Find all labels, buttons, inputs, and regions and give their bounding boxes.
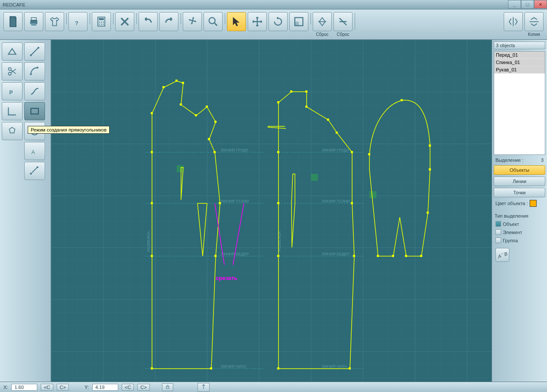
svg-rect-48: [180, 103, 182, 106]
ab-button[interactable]: A↔B: [495, 248, 509, 262]
y-gt-button[interactable]: C>: [137, 384, 149, 391]
curve-tool[interactable]: [24, 82, 45, 100]
chk-element[interactable]: [495, 229, 501, 235]
x-lt-button[interactable]: <C: [41, 384, 53, 391]
y-label: Y:: [84, 385, 89, 390]
lock-button[interactable]: [162, 383, 173, 391]
canvas[interactable]: ЛИНИЯ ГРУДИ ЛИНИЯ ГРУДИ ЛИНИЯ ТАЛИИ ЛИНИ…: [51, 40, 492, 382]
svg-point-7: [101, 22, 102, 22]
svg-rect-56: [210, 367, 212, 370]
svg-rect-47: [182, 82, 184, 84]
svg-text:?: ?: [75, 20, 78, 26]
svg-point-20: [36, 67, 38, 68]
rectangle-tool[interactable]: [24, 102, 45, 120]
maximize-button[interactable]: □: [521, 0, 534, 9]
svg-rect-68: [351, 202, 353, 204]
svg-rect-35: [177, 165, 184, 172]
snap-button[interactable]: [197, 383, 210, 392]
waist-label-1: ЛИНИЯ ТАЛИИ: [221, 199, 249, 203]
reset1-button[interactable]: [313, 12, 332, 31]
svg-rect-60: [277, 255, 279, 257]
hem-label-2: ЛИНИЯ НИЗА: [322, 364, 347, 369]
lines-tab[interactable]: Линии: [494, 177, 545, 186]
svg-point-26: [36, 166, 38, 168]
text-tool[interactable]: A: [24, 142, 45, 160]
cut-label: срезать: [216, 275, 237, 281]
svg-rect-78: [392, 255, 394, 257]
svg-rect-1: [31, 18, 36, 20]
undo-button[interactable]: [139, 12, 158, 31]
chk-group[interactable]: [495, 238, 501, 243]
new-file-button[interactable]: [3, 12, 23, 31]
svg-rect-49: [195, 114, 197, 116]
points-tab[interactable]: Точки: [494, 188, 545, 197]
color-swatch[interactable]: [530, 200, 537, 207]
garment-button[interactable]: [45, 12, 64, 31]
line-tool[interactable]: [24, 42, 45, 61]
svg-point-8: [103, 22, 104, 22]
object-item[interactable]: Рукав_01: [494, 66, 545, 74]
svg-rect-50: [206, 106, 208, 108]
close-button[interactable]: ×: [534, 0, 547, 9]
y-lt-button[interactable]: <C: [122, 384, 134, 391]
zoom-button[interactable]: [204, 12, 223, 31]
scissors-tool[interactable]: [2, 62, 23, 80]
select-button[interactable]: [227, 12, 246, 31]
svg-rect-73: [429, 145, 431, 147]
print-button[interactable]: [24, 12, 43, 31]
shape-tool[interactable]: [2, 122, 23, 140]
arc-tool[interactable]: [24, 62, 45, 80]
move-button[interactable]: [248, 12, 267, 31]
svg-rect-22: [31, 109, 38, 114]
svg-rect-57: [277, 101, 279, 103]
color-label: Цвет объекта :: [495, 201, 528, 206]
chest-label-1: ЛИНИЯ ГРУДИ: [221, 148, 248, 152]
svg-point-6: [99, 22, 100, 22]
svg-rect-76: [420, 255, 422, 257]
svg-rect-75: [427, 212, 429, 214]
x-value[interactable]: 1.60: [11, 384, 37, 391]
point-tool[interactable]: P: [2, 82, 23, 100]
object-item[interactable]: Спинка_01: [494, 59, 545, 66]
main-toolbar: ? Сброс Сброс Копия: [0, 10, 547, 40]
scale-button[interactable]: [289, 12, 308, 31]
svg-rect-65: [327, 119, 329, 121]
measure-tool[interactable]: [24, 162, 45, 180]
svg-rect-69: [353, 255, 355, 257]
corner-tool[interactable]: [2, 102, 23, 120]
objects-tab[interactable]: Объекты: [494, 165, 545, 175]
svg-rect-59: [277, 202, 279, 204]
y-value[interactable]: 4.19: [92, 384, 118, 391]
delete-button[interactable]: [115, 12, 134, 31]
seltype-label: Тип выделения: [494, 213, 545, 219]
svg-point-16: [38, 47, 39, 48]
pan-button[interactable]: [183, 12, 202, 31]
objects-list[interactable]: Перед_01 Спинка_01 Рукав_01: [494, 51, 545, 155]
triangle-tool[interactable]: [2, 42, 23, 61]
chk-object[interactable]: [495, 221, 501, 227]
svg-rect-52: [208, 138, 210, 140]
svg-rect-51: [214, 121, 217, 123]
calculator-button[interactable]: [92, 12, 111, 31]
svg-rect-67: [351, 151, 353, 153]
mirror-v-button[interactable]: [504, 12, 523, 31]
help-button[interactable]: ?: [68, 12, 87, 31]
svg-rect-53: [214, 151, 216, 153]
reset2-button[interactable]: [333, 12, 353, 31]
left-toolbox: P A Режим создания прямоугольников: [0, 40, 51, 382]
object-item[interactable]: Перед_01: [494, 51, 545, 59]
svg-rect-42: [151, 202, 153, 204]
rotate-button[interactable]: [269, 12, 288, 31]
mirror-h-button[interactable]: [524, 12, 544, 31]
redo-button[interactable]: [159, 12, 178, 31]
minimize-button[interactable]: _: [508, 0, 521, 9]
fold-label-2: РАЗВЕЛОА: [277, 231, 282, 252]
svg-rect-55: [214, 255, 217, 257]
objects-header: 3 objects: [494, 42, 545, 49]
reset1-label: Сброс: [316, 32, 328, 37]
svg-point-12: [209, 18, 215, 24]
svg-rect-45: [162, 86, 165, 88]
x-gt-button[interactable]: C>: [57, 384, 69, 391]
svg-rect-61: [277, 367, 279, 370]
svg-point-11: [103, 24, 104, 25]
